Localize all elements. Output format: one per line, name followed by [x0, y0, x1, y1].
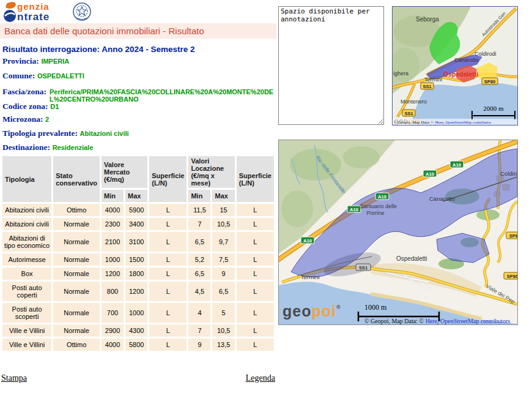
table-row: Posti auto copertiNormale 8001200 L4,5 6… — [2, 282, 274, 301]
field-fascia-zona: Fascia/zona: Periferica/PRIMA%20FASCIA%2… — [2, 87, 276, 103]
svg-text:A10: A10 — [378, 194, 386, 200]
label-termini: Termini — [301, 274, 320, 280]
annotations-textarea[interactable]: Spazio disponibile per annotazioni — [278, 6, 384, 125]
agenzia-entrate-logo: genzia ntrate — [2, 1, 94, 23]
query-result-label: Risultato interrogazione: — [2, 45, 100, 54]
scale-label: 2000 m — [483, 105, 504, 112]
page-title: Banca dati delle quotazioni immobiliari … — [0, 23, 276, 39]
ss1-badge: SS1 — [421, 83, 434, 89]
overview-map[interactable]: SS1 SS1 SP80 Seborga Coldirodi Canarotto… — [392, 6, 518, 125]
label-seborga: Seborga — [416, 16, 439, 23]
svg-text:SP80: SP80 — [484, 79, 495, 84]
field-microzona: Microzona: 2 — [2, 114, 276, 124]
label-santuario-1: Santuario delle — [360, 203, 397, 209]
col-header-valori-locazione: Valori Locazione (€/mq x mese) — [188, 156, 234, 188]
field-destinazione: Destinazione: Residenziale — [2, 143, 276, 152]
ss1-badge: SS1 — [356, 264, 371, 271]
legenda-link[interactable]: Legenda — [246, 373, 275, 383]
sp80-badge: SP80 — [506, 232, 517, 239]
ss1-badge: SS1 — [402, 110, 415, 116]
here-link[interactable]: Here — [435, 120, 443, 124]
field-codice-zona: Codice zona: D1 — [2, 102, 276, 111]
a10-badge: A10 — [450, 161, 464, 168]
col-header-valore-mercato: Valore Mercato (€/mq) — [102, 156, 147, 188]
col-header-superficie-2: Superficie (L/N) — [237, 156, 274, 202]
logo-text-bottom: ntrate — [17, 11, 50, 23]
col-header-tipologia: Tipologia — [2, 156, 51, 202]
stampa-link[interactable]: Stampa — [1, 373, 27, 383]
label-santuario-2: Porrine — [366, 210, 384, 216]
detail-map[interactable]: A10 A10 A10 A10 A10 SS1 SP80 SP80 Rio de… — [278, 140, 518, 325]
table-row: Ville e VilliniOttimo 40005800 L9 13,5L — [2, 339, 274, 351]
col-header-stato: Stato conservativo — [53, 156, 100, 202]
table-row: Ville e VilliniNormale 29004300 L7 10,5L — [2, 324, 274, 337]
table-row: AutorimesseNormale 10001500 L5,2 7,5L — [2, 253, 274, 266]
sp80-badge: SP80 — [504, 272, 517, 279]
svg-text:SP80: SP80 — [507, 274, 517, 279]
svg-text:SP80: SP80 — [509, 233, 517, 239]
quotations-table: Tipologia Stato conservativo Valore Merc… — [1, 154, 276, 353]
logo-flame-shape — [6, 2, 16, 9]
query-result-heading: Risultato interrogazione: Anno 2024 - Se… — [2, 45, 276, 54]
label-bordighera: ighera — [393, 70, 408, 77]
table-row: Posti auto scopertiNormale 7001000 L4 5L — [2, 303, 274, 323]
logo-text-top: genzia — [17, 1, 50, 12]
label-montenero: Montenero — [401, 99, 427, 105]
svg-text:A10: A10 — [453, 162, 461, 168]
table-row: Abitazioni civiliNormale 23003400 L7 10,… — [2, 218, 274, 230]
scale-label: 1000 m — [364, 303, 387, 312]
osm-link[interactable]: OpenStreetMap contributor — [445, 120, 492, 124]
label-coldirodi: Coldirodi — [475, 51, 497, 57]
label-coldirodi: Coldirodi — [500, 170, 517, 177]
a10-badge: A10 — [347, 206, 361, 212]
map-attribution: © Geopoi, Map Data: © Here, OpenStreetMa… — [394, 120, 492, 124]
label-canarotto: Canarotto — [429, 195, 455, 202]
svg-text:SS1: SS1 — [359, 265, 368, 271]
svg-text:A10: A10 — [350, 207, 358, 212]
svg-text:A10: A10 — [426, 171, 434, 177]
label-termini: Termini — [424, 77, 442, 83]
svg-text:SS1: SS1 — [404, 111, 413, 116]
table-row: Abitazioni di tipo economicoNormale 2100… — [2, 232, 274, 252]
here-link[interactable]: Here — [426, 318, 438, 324]
col-header-max-2: Max — [212, 190, 234, 202]
col-header-min-2: Min — [188, 190, 210, 202]
geopoi-logo: geopoi® — [283, 302, 341, 320]
italy-emblem-icon — [73, 3, 91, 20]
svg-text:SS1: SS1 — [423, 84, 431, 89]
sp80-badge: SP80 — [482, 78, 498, 84]
a10-badge: A10 — [375, 193, 389, 200]
table-row: Abitazioni civiliOttimo 40005900 L11,5 1… — [2, 204, 274, 216]
a10-badge: A10 — [301, 237, 314, 244]
col-header-superficie-1: Superficie (L/N) — [149, 156, 187, 202]
a10-badge: A10 — [423, 170, 437, 177]
field-comune: Comune: OSPEDALETTI — [2, 71, 276, 81]
map-attribution: © Geopoi, Map Data: © Here, OpenStreetMa… — [364, 318, 510, 324]
label-ospedaletti: Ospedaletti — [396, 255, 427, 262]
label-ospedaletti: Ospedaletti — [443, 70, 478, 78]
col-header-min-1: Min — [102, 190, 124, 202]
field-provincia: Provincia: IMPERIA — [2, 56, 276, 66]
field-tipologia-prevalente: Tipologia prevalente: Abitazioni civili — [2, 129, 276, 138]
table-row: BoxNormale 12001800 L6,5 9L — [2, 268, 274, 280]
query-result-value: Anno 2024 - Semestre 2 — [102, 45, 194, 54]
col-header-max-1: Max — [125, 190, 147, 202]
label-canarotto: Canarotto — [454, 57, 479, 63]
osm-link[interactable]: OpenStreetMap contributors — [440, 318, 510, 324]
svg-text:A10: A10 — [303, 238, 312, 244]
